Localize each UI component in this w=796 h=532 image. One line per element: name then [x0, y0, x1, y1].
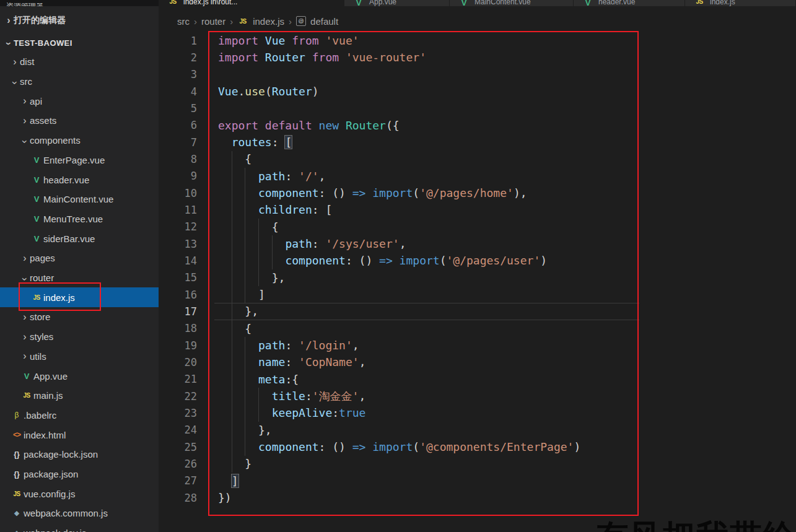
code-line-13[interactable]: 13 path: '/sys/user',	[159, 235, 796, 252]
tree-item-index.js[interactable]: JSindex.js	[0, 287, 159, 307]
code-text: keepAlive:true	[218, 406, 365, 419]
line-number[interactable]: 27	[159, 474, 197, 487]
vue-icon: V	[457, 0, 471, 6]
line-number[interactable]: 4	[159, 85, 197, 98]
line-number[interactable]: 16	[159, 289, 197, 301]
line-number[interactable]: 23	[159, 407, 197, 419]
line-number[interactable]: 8	[159, 153, 197, 165]
code-line-24[interactable]: 24 },	[159, 422, 796, 438]
tree-item-components[interactable]: components	[0, 131, 159, 150]
editor-tab[interactable]: JSindex.js in\rout...	[159, 0, 344, 6]
line-number[interactable]: 11	[159, 204, 197, 216]
tree-item-src[interactable]: src	[0, 72, 159, 92]
code-line-9[interactable]: 9 path: '/',	[159, 168, 796, 185]
code-line-5[interactable]: 5	[159, 100, 796, 116]
line-number[interactable]: 3	[159, 68, 197, 81]
code-line-28[interactable]: 28})	[159, 489, 796, 506]
line-number[interactable]: 6	[159, 119, 197, 131]
line-number[interactable]: 24	[159, 424, 197, 436]
line-number[interactable]: 5	[159, 102, 197, 115]
code-line-16[interactable]: 16 ]	[159, 286, 796, 303]
tree-item-router[interactable]: router	[0, 268, 159, 288]
line-number[interactable]: 10	[159, 187, 197, 199]
tree-item-package-lock.json[interactable]: {}package-lock.json	[0, 445, 159, 464]
code-line-25[interactable]: 25 component: () => import('@components/…	[159, 438, 796, 455]
tree-item-dist[interactable]: dist	[0, 52, 159, 72]
editor-tab[interactable]: VApp.vue	[344, 0, 450, 6]
code-line-8[interactable]: 8 {	[159, 150, 796, 167]
code-line-11[interactable]: 11 children: [	[159, 201, 796, 218]
tree-item-vue.config.js[interactable]: JSvue.config.js	[0, 484, 159, 504]
line-number[interactable]: 13	[159, 238, 197, 250]
tree-item-styles[interactable]: styles	[0, 327, 159, 347]
code-line-17[interactable]: 17 },	[159, 303, 796, 320]
code-line-3[interactable]: 3	[159, 66, 796, 83]
line-number[interactable]: 18	[159, 322, 197, 334]
line-number[interactable]: 1	[159, 35, 197, 47]
editor-tab[interactable]: Vheader.vue	[574, 0, 685, 6]
tree-item-label: utils	[30, 351, 46, 362]
tree-item-MainContent.vue[interactable]: VMainContent.vue	[0, 190, 159, 209]
breadcrumb-item-indexjs[interactable]: index.js	[253, 16, 284, 27]
code-text: path: '/',	[218, 170, 325, 183]
json-icon: {}	[10, 470, 24, 479]
code-line-22[interactable]: 22 title:'淘金金',	[159, 388, 796, 404]
chevron-right-icon	[20, 96, 30, 106]
tree-item-main.js[interactable]: JSmain.js	[0, 386, 159, 406]
line-number[interactable]: 21	[159, 373, 197, 385]
code-line-18[interactable]: 18 {	[159, 320, 796, 337]
line-number[interactable]: 12	[159, 220, 197, 233]
tree-item-.babelrc[interactable]: β.babelrc	[0, 406, 159, 425]
code-line-26[interactable]: 26 }	[159, 455, 796, 472]
tree-item-assets[interactable]: assets	[0, 111, 159, 131]
code-line-14[interactable]: 14 component: () => import('@/pages/user…	[159, 252, 796, 269]
code-line-2[interactable]: 2import Router from 'vue-router'	[159, 49, 796, 66]
code-line-12[interactable]: 12 {	[159, 219, 796, 235]
line-number[interactable]: 17	[159, 305, 197, 318]
tree-item-MenuTree.vue[interactable]: VMenuTree.vue	[0, 209, 159, 229]
editor-tab[interactable]: JSindex.js	[685, 0, 796, 6]
editor-tab[interactable]: VMainContent.vue	[450, 0, 574, 6]
code-line-10[interactable]: 10 component: () => import('@/pages/home…	[159, 185, 796, 201]
code-text: import Router from 'vue-router'	[218, 51, 426, 64]
code-line-23[interactable]: 23 keepAlive:true	[159, 404, 796, 421]
tree-item-webpack.dev.js[interactable]: ◆webpack.dev.js	[0, 523, 159, 532]
code-line-4[interactable]: 4Vue.use(Router)	[159, 83, 796, 100]
line-number[interactable]: 19	[159, 339, 197, 352]
tree-item-siderBar.vue[interactable]: VsiderBar.vue	[0, 229, 159, 248]
code-line-21[interactable]: 21 meta:{	[159, 371, 796, 388]
tree-item-header.vue[interactable]: Vheader.vue	[0, 170, 159, 190]
line-number[interactable]: 28	[159, 492, 197, 504]
code-line-27[interactable]: 27 ]	[159, 473, 796, 489]
code-line-6[interactable]: 6export default new Router({	[159, 117, 796, 134]
line-number[interactable]: 9	[159, 170, 197, 182]
explorer-title: 资源管理器	[6, 1, 43, 6]
code-line-1[interactable]: 1import Vue from 'vue'	[159, 32, 796, 49]
tree-item-EnterPage.vue[interactable]: VEnterPage.vue	[0, 150, 159, 170]
tree-item-index.html[interactable]: <>index.html	[0, 425, 159, 445]
tree-item-api[interactable]: api	[0, 91, 159, 111]
breadcrumb-item-default[interactable]: default	[310, 16, 338, 27]
line-number[interactable]: 26	[159, 458, 197, 470]
code-line-7[interactable]: 7 routes: [	[159, 134, 796, 150]
line-number[interactable]: 15	[159, 271, 197, 284]
line-number[interactable]: 25	[159, 441, 197, 453]
tree-item-utils[interactable]: utils	[0, 347, 159, 367]
line-number[interactable]: 22	[159, 390, 197, 403]
tab-bar: JSindex.js in\rout...VApp.vueVMainConten…	[159, 0, 796, 6]
tree-item-pages[interactable]: pages	[0, 248, 159, 268]
code-line-15[interactable]: 15 },	[159, 269, 796, 286]
breadcrumb-item-router[interactable]: router	[201, 16, 225, 27]
breadcrumb-item-src[interactable]: src	[177, 16, 190, 27]
line-number[interactable]: 20	[159, 356, 197, 368]
line-number[interactable]: 7	[159, 136, 197, 149]
indent-guide	[245, 168, 245, 303]
tree-item-store[interactable]: store	[0, 307, 159, 327]
tree-item-package.json[interactable]: {}package.json	[0, 464, 159, 484]
tree-item-App.vue[interactable]: VApp.vue	[0, 366, 159, 386]
line-number[interactable]: 2	[159, 51, 197, 64]
code-line-19[interactable]: 19 path: '/login',	[159, 337, 796, 354]
line-number[interactable]: 14	[159, 255, 197, 267]
tree-item-webpack.common.js[interactable]: ◆webpack.common.js	[0, 504, 159, 523]
code-line-20[interactable]: 20 name: 'CopName',	[159, 354, 796, 370]
